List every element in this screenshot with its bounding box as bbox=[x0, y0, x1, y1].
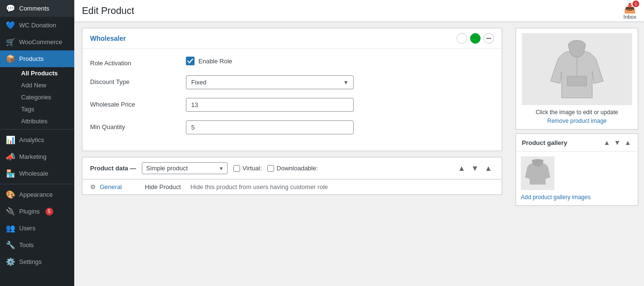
sidebar-item-appearance[interactable]: 🎨 Appearance bbox=[0, 186, 74, 203]
add-gallery-images-link[interactable]: Add product gallery images bbox=[521, 194, 633, 201]
gallery-thumb-svg bbox=[523, 159, 552, 188]
wholesaler-card: Wholesaler Role Activation bbox=[82, 28, 502, 151]
inbox-badge: 1 bbox=[632, 0, 639, 7]
sidebar-item-all-products-label: All Products bbox=[21, 70, 58, 77]
discount-type-label: Discount Type bbox=[90, 75, 186, 85]
wholesale-price-input[interactable] bbox=[186, 98, 354, 112]
product-image-inner: Click the image to edit or update Remove… bbox=[516, 28, 638, 129]
product-image[interactable] bbox=[522, 33, 632, 105]
expand-down-btn[interactable]: ▼ bbox=[469, 163, 481, 174]
sidebar-item-woocommerce[interactable]: 🛒 WooCommerce bbox=[0, 34, 74, 50]
main-area: Edit Product 📥 1 Inbox Wholesaler bbox=[74, 0, 644, 286]
product-data-label: Product data — bbox=[90, 165, 136, 172]
sidebar-item-marketing[interactable]: 📣 Marketing bbox=[0, 148, 74, 165]
wholesale-price-label: Wholesale Price bbox=[90, 98, 186, 108]
virtual-checkbox[interactable] bbox=[233, 165, 240, 172]
center-panel: Wholesaler Role Activation bbox=[74, 22, 510, 286]
analytics-icon: 📊 bbox=[6, 135, 15, 144]
sidebar-item-categories[interactable]: Categories bbox=[15, 91, 74, 103]
sidebar-item-settings[interactable]: ⚙️ Settings bbox=[0, 253, 74, 270]
virtual-label[interactable]: Virtual: bbox=[233, 165, 262, 172]
sidebar-item-tools[interactable]: 🔧 Tools bbox=[0, 237, 74, 253]
general-bar: ⚙ General Hide Product Hide this product… bbox=[82, 179, 502, 195]
wholesale-price-field bbox=[186, 98, 494, 112]
general-icon: ⚙ bbox=[90, 183, 96, 191]
page-title: Edit Product bbox=[82, 5, 134, 16]
general-label: General bbox=[100, 183, 122, 191]
gallery-controls: ▲ ▼ ▲ bbox=[602, 138, 632, 147]
inbox-label: Inbox bbox=[623, 14, 636, 20]
sidebar-item-attributes[interactable]: Attributes bbox=[15, 115, 74, 127]
discount-type-select-wrapper: Fixed Percentage ▼ bbox=[186, 75, 354, 89]
sidebar-item-analytics-label: Analytics bbox=[19, 136, 44, 143]
enable-role-checkbox[interactable] bbox=[186, 57, 195, 65]
expand-full-btn[interactable]: ▲ bbox=[483, 163, 494, 174]
sidebar-item-analytics[interactable]: 📊 Analytics bbox=[0, 131, 74, 148]
wholesale-price-row: Wholesale Price bbox=[90, 98, 494, 112]
role-activation-label: Role Activation bbox=[90, 57, 186, 67]
min-quantity-field bbox=[186, 120, 494, 134]
sidebar-item-wholesale[interactable]: 🏪 Wholesale bbox=[0, 165, 74, 182]
gallery-up-btn[interactable]: ▲ bbox=[602, 138, 611, 147]
product-data-bar: Product data — Simple product Grouped pr… bbox=[82, 157, 502, 179]
gallery-down-btn[interactable]: ▼ bbox=[613, 138, 621, 147]
downloadable-label-text: Downloadable: bbox=[276, 165, 318, 172]
discount-type-select[interactable]: Fixed Percentage bbox=[186, 75, 354, 89]
min-quantity-label: Min Quantity bbox=[90, 120, 186, 131]
tools-icon: 🔧 bbox=[6, 240, 15, 250]
topbar: Edit Product 📥 1 Inbox bbox=[74, 0, 644, 22]
users-icon: 👥 bbox=[6, 224, 15, 233]
discount-type-field: Fixed Percentage ▼ bbox=[186, 75, 494, 89]
sidebar-item-categories-label: Categories bbox=[21, 94, 51, 101]
product-image-box: Click the image to edit or update Remove… bbox=[516, 28, 638, 130]
sidebar-item-wc-donation-label: WC Donation bbox=[19, 22, 56, 29]
gallery-thumbnail[interactable] bbox=[521, 156, 554, 190]
sidebar-item-tools-label: Tools bbox=[19, 241, 34, 249]
sidebar-item-products[interactable]: 📦 Products bbox=[0, 50, 74, 67]
product-image-hint: Click the image to edit or update bbox=[536, 109, 618, 116]
gallery-inner: Add product gallery images bbox=[516, 152, 638, 205]
expand-up-btn[interactable]: ▲ bbox=[456, 163, 467, 174]
minus-icon bbox=[486, 38, 491, 39]
sidebar-submenu-products: All Products Add New Categories Tags Att… bbox=[0, 67, 74, 127]
wholesaler-circle-empty[interactable] bbox=[457, 33, 467, 44]
sidebar-item-plugins-label: Plugins bbox=[19, 208, 40, 215]
wholesaler-controls bbox=[457, 33, 494, 44]
sidebar-item-marketing-label: Marketing bbox=[19, 153, 46, 160]
min-quantity-input[interactable] bbox=[186, 120, 354, 134]
remove-product-image-link[interactable]: Remove product image bbox=[547, 118, 607, 124]
inbox-button[interactable]: 📥 1 Inbox bbox=[623, 2, 636, 20]
sidebar-item-tags[interactable]: Tags bbox=[15, 103, 74, 115]
wholesaler-header: Wholesaler bbox=[82, 28, 502, 49]
wholesaler-circle-green[interactable] bbox=[470, 33, 481, 44]
downloadable-label[interactable]: Downloadable: bbox=[267, 165, 318, 172]
sidebar-item-comments[interactable]: 💬 Comments bbox=[0, 0, 74, 17]
sidebar-item-add-new[interactable]: Add New bbox=[15, 79, 74, 91]
sidebar-item-add-new-label: Add New bbox=[21, 82, 46, 89]
role-activation-row: Role Activation Enable Role bbox=[90, 57, 494, 67]
sidebar-item-wholesale-label: Wholesale bbox=[19, 170, 48, 177]
discount-type-row: Discount Type Fixed Percentage ▼ bbox=[90, 75, 494, 89]
min-quantity-row: Min Quantity bbox=[90, 120, 494, 134]
wholesale-icon: 🏪 bbox=[6, 169, 15, 178]
sidebar-item-settings-label: Settings bbox=[19, 258, 42, 265]
hide-product-hint: Hide this product from users having cust… bbox=[190, 183, 328, 191]
products-icon: 📦 bbox=[6, 54, 15, 63]
downloadable-checkbox[interactable] bbox=[267, 165, 274, 172]
product-type-select[interactable]: Simple product Grouped product External/… bbox=[142, 162, 228, 174]
sidebar-item-wc-donation[interactable]: 💙 WC Donation bbox=[0, 17, 74, 34]
sidebar-item-appearance-label: Appearance bbox=[19, 191, 53, 198]
comments-icon: 💬 bbox=[6, 4, 15, 13]
wc-donation-icon: 💙 bbox=[6, 21, 15, 30]
sidebar-item-all-products[interactable]: All Products bbox=[15, 67, 74, 79]
wholesaler-collapse-btn[interactable] bbox=[483, 33, 494, 44]
woocommerce-icon: 🛒 bbox=[6, 37, 15, 47]
sidebar-item-products-label: Products bbox=[19, 55, 44, 62]
svg-rect-0 bbox=[486, 38, 491, 39]
sidebar-item-plugins[interactable]: 🔌 Plugins 5 bbox=[0, 203, 74, 220]
product-type-wrapper: Simple product Grouped product External/… bbox=[142, 162, 228, 174]
checkmark-icon bbox=[187, 59, 193, 63]
sidebar-item-users[interactable]: 👥 Users bbox=[0, 220, 74, 237]
gallery-expand-btn[interactable]: ▲ bbox=[623, 138, 632, 147]
sidebar-item-users-label: Users bbox=[19, 225, 35, 232]
